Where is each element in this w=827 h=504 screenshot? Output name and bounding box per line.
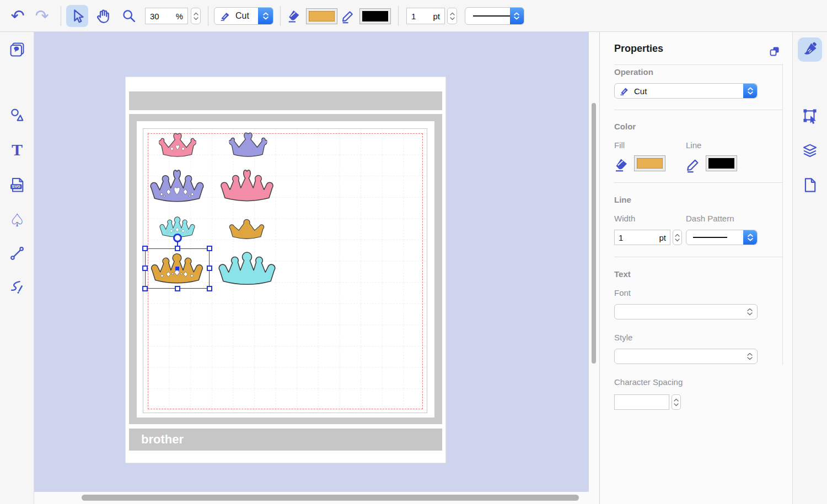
line-color-swatch[interactable] xyxy=(359,8,391,24)
fill-color-swatch[interactable] xyxy=(306,8,337,24)
line-color-tool[interactable] xyxy=(338,5,358,27)
page-icon xyxy=(802,177,818,193)
character-spacing-stepper[interactable] xyxy=(672,394,681,410)
properties-title: Properties xyxy=(614,43,663,55)
toolbar-divider xyxy=(280,6,281,26)
crown-ball-large-teal[interactable] xyxy=(216,250,278,288)
style-label: Style xyxy=(614,333,632,342)
fill-bucket-button[interactable] xyxy=(613,156,630,175)
cut-pen-icon xyxy=(619,86,630,96)
horizontal-scrollbar-thumb[interactable] xyxy=(82,495,579,501)
undo-icon: ↶ xyxy=(10,8,24,24)
selection-handle-w[interactable] xyxy=(142,265,148,271)
crown-heart-small-pink[interactable] xyxy=(159,132,196,160)
fill-color-tool[interactable] xyxy=(284,5,304,27)
line-segment-tool-button[interactable] xyxy=(5,241,29,265)
zoom-level-stepper[interactable] xyxy=(191,8,201,24)
import-svg-button[interactable]: SVG xyxy=(5,173,29,197)
shapes-tool-button[interactable] xyxy=(5,104,29,128)
toolbar-divider xyxy=(61,6,61,26)
line-color-well xyxy=(708,158,734,169)
pan-tool-button[interactable] xyxy=(93,5,115,27)
selection-handle-e[interactable] xyxy=(207,265,212,271)
line-pencil-button[interactable] xyxy=(685,156,701,175)
solid-line-sample xyxy=(693,237,727,238)
undo-button[interactable]: ↶ xyxy=(7,5,29,27)
selection-handle-se[interactable] xyxy=(207,286,212,291)
text-tool-icon: T xyxy=(12,142,23,158)
transform-icon xyxy=(802,107,818,124)
zoom-tool-button[interactable] xyxy=(118,5,140,27)
zoom-level-input[interactable]: 30 % xyxy=(145,8,188,24)
section-divider xyxy=(614,110,782,110)
line-color-well xyxy=(362,11,388,21)
edit-tab-button[interactable] xyxy=(798,104,822,128)
selection-handle-sw[interactable] xyxy=(142,286,148,291)
line-width-stepper[interactable] xyxy=(673,230,682,245)
redo-button[interactable]: ↷ xyxy=(31,5,53,27)
vertical-scrollbar-thumb[interactable] xyxy=(592,103,596,364)
cutting-mat xyxy=(129,114,442,424)
canvas-viewport[interactable]: brother xyxy=(34,32,589,492)
operation-select-value: Cut xyxy=(634,86,647,96)
section-divider xyxy=(614,64,782,65)
cut-pen-icon xyxy=(219,10,231,22)
freehand-draw-button[interactable] xyxy=(5,275,29,299)
crown-ball-small-gold[interactable] xyxy=(229,216,265,242)
rotation-handle[interactable] xyxy=(173,234,182,242)
line-width-value: 1 xyxy=(411,12,416,21)
line-color-swatch[interactable] xyxy=(706,155,737,171)
line-style-dropdown[interactable] xyxy=(465,7,524,25)
select-tool-button[interactable] xyxy=(66,5,88,27)
spade-icon: ♤ xyxy=(9,212,25,229)
properties-tab-button[interactable] xyxy=(798,37,822,62)
color-section-label: Color xyxy=(614,122,636,131)
fill-bucket-icon xyxy=(613,156,630,173)
font-select-chevrons xyxy=(747,308,753,316)
character-spacing-input[interactable] xyxy=(614,394,669,410)
dash-pattern-stepper xyxy=(743,230,757,245)
line-pencil-icon xyxy=(685,156,701,173)
style-select[interactable] xyxy=(614,349,758,364)
svg-file-icon: SVG xyxy=(8,176,26,194)
line-width-input[interactable]: 1 pt xyxy=(406,8,445,24)
cut-area-grid[interactable] xyxy=(143,128,427,413)
selection-handle-nw[interactable] xyxy=(142,246,148,251)
artboard-page: brother xyxy=(126,77,445,463)
text-tool-button[interactable]: T xyxy=(5,138,29,162)
line-width-value: 1 xyxy=(619,233,623,242)
dash-pattern-label: Dash Pattern xyxy=(686,214,734,223)
operation-dropdown[interactable]: Cut xyxy=(214,7,273,25)
magnifier-icon xyxy=(121,8,137,24)
pattern-library-button[interactable] xyxy=(5,37,29,62)
layers-tab-button[interactable] xyxy=(798,138,822,162)
mat-header-strip xyxy=(129,91,442,110)
operation-select[interactable]: Cut xyxy=(614,83,758,99)
panel-scroll-edge xyxy=(782,63,783,365)
width-label: Width xyxy=(614,214,635,223)
app-window: ↶ ↷ 30 % xyxy=(0,0,827,504)
crown-heart-large-pink[interactable] xyxy=(216,169,278,204)
fill-color-swatch[interactable] xyxy=(634,155,665,171)
zoom-level-value: 30 xyxy=(150,12,159,21)
premium-shapes-button[interactable]: ♤ xyxy=(5,208,29,232)
toolbar-divider xyxy=(398,6,399,26)
font-select[interactable] xyxy=(614,304,758,319)
left-toolbar: T SVG ♤ xyxy=(0,32,34,504)
dash-pattern-select[interactable] xyxy=(686,230,758,245)
selection-handle-s[interactable] xyxy=(175,286,180,291)
fill-label: Fill xyxy=(614,140,625,150)
properties-panel: Properties Operation Cut Color Fill Line xyxy=(600,32,792,504)
hand-icon xyxy=(95,8,112,24)
crown-heart-small-purple[interactable] xyxy=(229,132,267,160)
document-tab-button[interactable] xyxy=(798,173,822,197)
section-divider xyxy=(614,182,782,183)
line-width-stepper[interactable] xyxy=(447,8,457,24)
selection-handle-n[interactable] xyxy=(175,246,180,251)
selection-handle-ne[interactable] xyxy=(207,246,212,251)
line-label: Line xyxy=(686,140,701,150)
brother-logo: brother xyxy=(141,432,184,447)
detach-panel-button[interactable] xyxy=(769,45,781,59)
crown-heart-large-purple[interactable] xyxy=(146,169,208,205)
line-width-input[interactable]: 1 pt xyxy=(614,230,670,245)
